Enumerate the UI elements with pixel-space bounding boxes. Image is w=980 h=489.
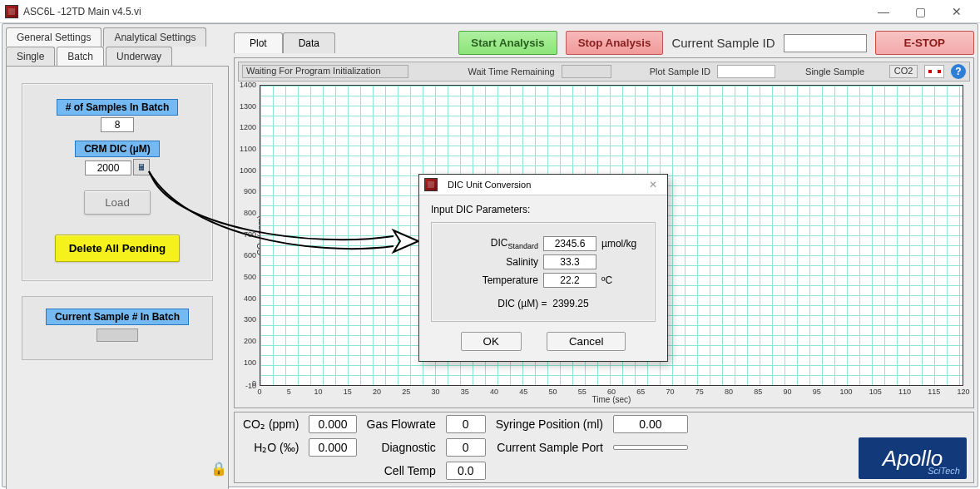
tab-data[interactable]: Data bbox=[283, 32, 335, 53]
plot-sample-id-label: Plot Sample ID bbox=[650, 67, 710, 77]
cell-temp-value: 0.0 bbox=[446, 462, 486, 480]
dic-conversion-dialog: DIC Unit Conversion ✕ Input DIC Paramete… bbox=[418, 174, 668, 362]
app-icon bbox=[5, 5, 18, 18]
crm-dic-label: CRM DIC (µM) bbox=[75, 141, 160, 157]
apollo-logo: Apollo SciTech bbox=[859, 437, 967, 479]
tab-single[interactable]: Single bbox=[6, 47, 55, 66]
lock-icon[interactable]: 🔒 bbox=[210, 459, 228, 477]
dic-standard-label: DICStandard bbox=[440, 237, 538, 250]
crm-dic-field[interactable]: 2000 bbox=[85, 161, 131, 175]
cell-temp-label: Cell Temp bbox=[367, 464, 436, 477]
single-sample-label: Single Sample bbox=[805, 67, 864, 77]
samples-in-batch-label: # of Samples In Batch bbox=[57, 99, 179, 116]
minimize-button[interactable]: — bbox=[865, 1, 902, 22]
plot-style-button[interactable] bbox=[924, 65, 944, 78]
current-sample-port-value bbox=[613, 445, 688, 450]
current-sample-box: Current Sample # In Batch bbox=[22, 296, 213, 360]
current-sample-id-label: Current Sample ID bbox=[671, 36, 775, 50]
batch-config-box: # of Samples In Batch 8 CRM DIC (µM) 200… bbox=[22, 83, 213, 281]
readout-bar: 🔒 CO₂ (ppm) 0.000 Gas Flowrate 0 Syringe… bbox=[234, 412, 974, 483]
top-action-bar: Plot Data Start Analysis Stop Analysis C… bbox=[234, 27, 974, 55]
stop-analysis-button[interactable]: Stop Analysis bbox=[566, 31, 664, 55]
status-message: Waiting For Program Initialization bbox=[242, 65, 408, 78]
dialog-app-icon bbox=[424, 178, 438, 191]
dialog-title: DIC Unit Conversion bbox=[448, 180, 531, 190]
tab-batch[interactable]: Batch bbox=[57, 47, 104, 66]
h2o-value: 0.000 bbox=[309, 438, 356, 457]
load-button[interactable]: Load bbox=[84, 190, 151, 215]
dic-standard-input[interactable] bbox=[543, 236, 596, 251]
dic-standard-unit: µmol/kg bbox=[601, 238, 646, 249]
samples-in-batch-field[interactable]: 8 bbox=[101, 117, 134, 132]
settings-tabs: General Settings Analytical Settings Sin… bbox=[6, 27, 229, 489]
plot-sample-id-field[interactable] bbox=[717, 65, 775, 78]
syringe-position-value: 0.00 bbox=[613, 415, 688, 433]
co2-toggle-button[interactable]: CO2 bbox=[889, 65, 918, 78]
plot-status-bar: Waiting For Program Initialization Wait … bbox=[238, 62, 970, 82]
delete-all-pending-button[interactable]: Delete All Pending bbox=[55, 235, 181, 262]
dic-result-value: 2399.25 bbox=[552, 298, 588, 309]
dialog-ok-button[interactable]: OK bbox=[461, 332, 522, 351]
estop-button[interactable]: E-STOP bbox=[875, 31, 974, 55]
dialog-titlebar[interactable]: DIC Unit Conversion ✕ bbox=[419, 175, 667, 195]
close-button[interactable]: ✕ bbox=[938, 1, 975, 22]
start-analysis-button[interactable]: Start Analysis bbox=[458, 31, 557, 55]
wait-time-label: Wait Time Remaining bbox=[468, 67, 555, 77]
dic-result-row: DIC (µM) = 2399.25 bbox=[440, 298, 646, 309]
current-sample-idx-label: Current Sample # In Batch bbox=[46, 309, 189, 325]
tab-general-settings[interactable]: General Settings bbox=[6, 27, 101, 47]
dialog-cancel-button[interactable]: Cancel bbox=[547, 332, 626, 351]
diagnostic-value: 0 bbox=[446, 438, 486, 457]
co2-value: 0.000 bbox=[309, 415, 356, 433]
tab-underway[interactable]: Underway bbox=[106, 47, 172, 66]
tab-plot[interactable]: Plot bbox=[234, 32, 283, 53]
current-sample-port-label: Current Sample Port bbox=[496, 441, 603, 454]
syringe-position-label: Syringe Position (ml) bbox=[496, 417, 603, 431]
gas-flowrate-label: Gas Flowrate bbox=[367, 417, 436, 431]
calculator-icon: 🖩 bbox=[137, 162, 146, 172]
temperature-unit: ºC bbox=[601, 274, 646, 286]
diagnostic-label: Diagnostic bbox=[367, 441, 436, 454]
tab-analytical-settings[interactable]: Analytical Settings bbox=[103, 27, 206, 47]
gas-flowrate-value: 0 bbox=[446, 415, 486, 433]
help-button[interactable]: ? bbox=[951, 64, 966, 79]
y-ticks: -100100200300400500600700800900100011001… bbox=[231, 85, 256, 386]
x-ticks: 0510152025303540455055606570758085909510… bbox=[260, 388, 963, 398]
maximize-button[interactable]: ▢ bbox=[902, 1, 938, 22]
current-sample-id-field[interactable] bbox=[784, 34, 867, 52]
crm-calc-button[interactable]: 🖩 bbox=[133, 159, 150, 175]
temperature-input[interactable] bbox=[543, 273, 596, 288]
title-bar: ASC6L -12TD Main v4.5.vi — ▢ ✕ bbox=[0, 0, 980, 23]
dialog-input-group: DICStandard µmol/kg Salinity Temperature… bbox=[431, 222, 656, 322]
h2o-label: H₂O (‰) bbox=[243, 441, 299, 454]
current-sample-idx-field bbox=[97, 328, 138, 342]
main-frame: General Settings Analytical Settings Sin… bbox=[2, 23, 978, 487]
salinity-label: Salinity bbox=[440, 256, 538, 268]
temperature-label: Temperature bbox=[440, 274, 538, 286]
left-panel: General Settings Analytical Settings Sin… bbox=[6, 27, 229, 483]
co2-label: CO₂ (ppm) bbox=[243, 417, 299, 431]
salinity-input[interactable] bbox=[543, 254, 596, 269]
wait-time-field bbox=[562, 65, 611, 78]
batch-tab-body: # of Samples In Batch 8 CRM DIC (µM) 200… bbox=[6, 66, 229, 489]
dialog-heading: Input DIC Parameters: bbox=[431, 204, 656, 215]
window-controls: — ▢ ✕ bbox=[865, 1, 975, 22]
dialog-close-button[interactable]: ✕ bbox=[644, 179, 662, 190]
window-title: ASC6L -12TD Main v4.5.vi bbox=[23, 6, 141, 17]
